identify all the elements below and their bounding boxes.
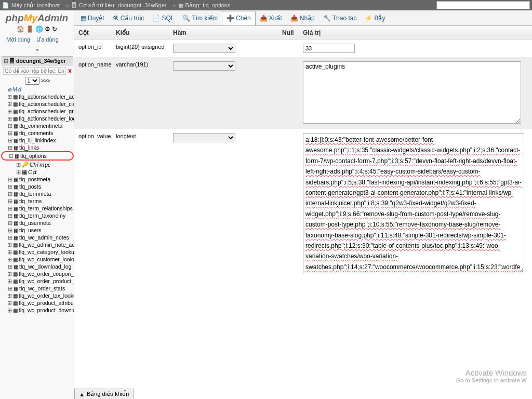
col-type: longtext (116, 133, 173, 139)
crumb-arrow: » (66, 2, 69, 8)
reload-icon[interactable]: ↻ (52, 25, 57, 33)
table-node[interactable]: ⊞▦ tlq_posts (1, 183, 74, 190)
table-node[interactable]: ⊞▦ tlq_comments (1, 129, 74, 137)
table-node[interactable]: ⊞▦ tlq_actionscheduler_claims (1, 100, 74, 108)
form-row: option_valuelongtexta:18:{i:0;s:43:"bett… (74, 129, 532, 278)
table-node[interactable]: ⊞▦ tlq_wc_order_stats (1, 285, 74, 292)
table-node[interactable]: ⊞▦ tlq_wc_admin_notes (1, 234, 74, 241)
collapse-icon[interactable]: ⚭ (0, 46, 74, 55)
console-toggle[interactable]: ▲ Bảng điều khiển (74, 389, 134, 399)
table-node[interactable]: ⊞▦ tlq_links (1, 144, 74, 151)
table-node[interactable]: ⊞▦ tlq_wc_customer_lookup (1, 256, 74, 263)
tab-browse[interactable]: ▦ Duyệt (76, 11, 109, 25)
form-row: option_idbigint(20) unsigned (74, 39, 532, 57)
table-node[interactable]: ⊞▦ tlq_wc_order_tax_lookup (1, 292, 74, 299)
table-node[interactable]: ⊞▦ tlq_terms (1, 197, 74, 205)
table-node[interactable]: ⊞▦ tlq_wc_order_product_lookup (1, 277, 74, 285)
value-textarea[interactable]: active_plugins (303, 61, 521, 124)
table-node[interactable]: ⊞▦ tlq_termmeta (1, 190, 74, 197)
next-page[interactable]: >>> (41, 78, 50, 84)
index-node[interactable]: ⊞🔑 Chỉ mục (1, 161, 74, 168)
table-node[interactable]: ⊞▦ tlq_term_taxonomy (1, 212, 74, 219)
page-select[interactable]: 1 (25, 77, 39, 85)
table-node[interactable]: ⊞▦ tlq_wc_order_coupon_lookup (1, 270, 74, 277)
table-node[interactable]: ⊞▦ tlq_ilj_linkindex (1, 137, 74, 144)
phpmyadmin-logo[interactable]: phpMyAdmin (6, 12, 68, 24)
table-tabs: ▦ Duyệt 🛠 Cấu trúc 📄 SQL 🔍 Tìm kiếm ➕ Ch… (74, 10, 532, 26)
docs-icon[interactable]: 🌐 (35, 25, 43, 33)
tab-recent[interactable]: Mới dùng (3, 35, 33, 44)
sidebar: phpMyAdmin 🏠 🚪 🌐 ⚙ ↻ Mới dùng Ưa dùng ⚭ … (0, 10, 74, 399)
main-panel: ▦ Duyệt 🛠 Cấu trúc 📄 SQL 🔍 Tìm kiếm ➕ Ch… (74, 10, 532, 399)
top-search[interactable] (436, 1, 530, 9)
table-node[interactable]: ⊞▦ tlq_wc_download_log (1, 263, 74, 270)
col-name: option_id (74, 44, 116, 50)
insert-form: option_idbigint(20) unsignedoption_namev… (74, 39, 532, 399)
function-select[interactable] (173, 61, 235, 71)
hdr-null: Null (282, 29, 303, 36)
tab-import[interactable]: 📥 Nhập (286, 11, 319, 25)
tab-search[interactable]: 🔍 Tìm kiếm (178, 11, 222, 25)
col-name: option_value (74, 133, 116, 139)
tab-triggers[interactable]: ⚡ Bẫy (361, 11, 389, 25)
col-type: varchar(191) (116, 61, 173, 68)
table-node[interactable]: ⊞▦ tlq_wc_product_attributes_lookup (1, 299, 74, 307)
db-node[interactable]: ⊟🗄 docungnt_34w5ger (2, 56, 73, 65)
hdr-func: Hàm (173, 29, 282, 36)
clear-filter-icon[interactable]: X (68, 68, 72, 74)
breadcrumb-bar: 📄 Máy chủ: localhost » 🗄 Cơ sở dữ liệu: … (0, 0, 532, 10)
table-node[interactable]: ⊞▦ tlq_postmeta (1, 176, 74, 183)
table-node[interactable]: ⊞▦ tlq_usermeta (1, 219, 74, 227)
crumb-arrow: » (172, 2, 176, 8)
tab-favorite[interactable]: Ưa dùng (33, 35, 62, 44)
value-input[interactable] (303, 44, 355, 53)
home-icon[interactable]: 🏠 (17, 25, 24, 33)
crumb-server[interactable]: 📄 Máy chủ: localhost (2, 2, 60, 9)
table-node[interactable]: ⊞▦ tlq_commentmeta (1, 122, 74, 129)
new-table[interactable]: ⊕ Mới (1, 86, 74, 93)
table-node[interactable]: ⊞▦ tlq_wc_category_lookup (1, 248, 74, 256)
table-node[interactable]: ⊞▦ tlq_wc_admin_note_actions (1, 241, 74, 248)
col-type: bigint(20) unsigned (116, 44, 173, 50)
function-select[interactable] (173, 44, 235, 53)
hdr-type: Kiểu (116, 29, 173, 36)
tab-structure[interactable]: 🛠 Cấu trúc (109, 11, 149, 25)
logout-icon[interactable]: 🚪 (26, 25, 34, 33)
tree-filter-input[interactable] (3, 67, 66, 75)
crumb-table[interactable]: ▦ Bảng: tlq_options (178, 2, 231, 9)
table-node[interactable]: ⊞▦ tlq_term_relationships (1, 205, 74, 212)
table-node[interactable]: ⊞▦ tlq_actionscheduler_groups (1, 108, 74, 115)
tab-insert[interactable]: ➕ Chèn (222, 11, 256, 25)
hdr-col: Cột (74, 29, 116, 36)
table-node[interactable]: ⊞▦ tlq_actionscheduler_actions (1, 93, 74, 100)
table-node[interactable]: ⊟▦ tlq_options (1, 151, 74, 161)
column-headers: Cột Kiểu Hàm Null Giá trị (74, 26, 532, 39)
table-node[interactable]: ⊞▦ tlq_users (1, 227, 74, 234)
table-node[interactable]: ⊞▦ tlq_wc_product_download_directories (1, 307, 74, 314)
value-textarea[interactable]: a:18:{i:0;s:43:"better-font-awesome/bett… (303, 133, 524, 273)
crumb-db[interactable]: 🗄 Cơ sở dữ liệu: docungnt_34w5ger (71, 2, 166, 9)
hdr-value: Giá trị (303, 29, 532, 36)
function-select[interactable] (173, 133, 235, 142)
columns-node[interactable]: ⊞▦ Cột (1, 168, 74, 176)
tab-operations[interactable]: 🔧 Thao tác (319, 11, 361, 25)
tab-export[interactable]: 📤 Xuất (256, 11, 286, 25)
form-row: option_namevarchar(191)active_plugins (74, 57, 532, 129)
windows-watermark: Activate Windows Go to Settings to activ… (456, 368, 527, 383)
tab-sql[interactable]: 📄 SQL (148, 11, 178, 25)
nav-tree: ⊟🗄 docungnt_34w5ger X 1 >>> ⊕ Mới ⊞▦ tlq… (0, 55, 74, 399)
table-node[interactable]: ⊞▦ tlq_actionscheduler_logs (1, 115, 74, 122)
settings-icon[interactable]: ⚙ (45, 25, 50, 33)
col-name: option_name (74, 61, 116, 68)
